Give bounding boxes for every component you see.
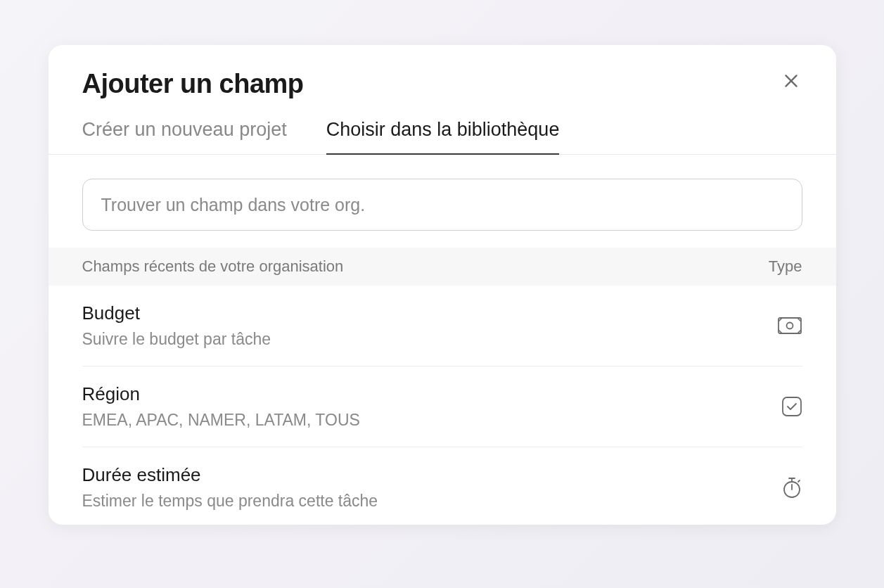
list-item-region[interactable]: Région EMEA, APAC, NAMER, LATAM, TOUS [82,366,802,447]
item-description: Suivre le budget par tâche [82,330,271,349]
svg-rect-4 [783,397,801,416]
tab-choose-from-library[interactable]: Choisir dans la bibliothèque [326,119,560,155]
tabs: Créer un nouveau projet Choisir dans la … [49,99,836,155]
svg-rect-2 [779,318,801,333]
item-text: Durée estimée Estimer le temps que prend… [82,464,378,511]
list-item-budget[interactable]: Budget Suivre le budget par tâche [82,286,802,366]
item-description: Estimer le temps que prendra cette tâche [82,492,378,511]
svg-line-9 [798,480,800,482]
svg-point-3 [786,323,793,329]
add-field-modal: Ajouter un champ Créer un nouveau projet… [49,45,836,525]
search-wrap [49,155,836,248]
stopwatch-icon [781,476,802,499]
currency-icon [777,317,802,335]
search-input[interactable] [82,179,802,231]
item-text: Budget Suivre le budget par tâche [82,302,271,349]
tab-create-new-project[interactable]: Créer un nouveau projet [82,119,287,155]
close-icon [782,72,800,92]
item-text: Région EMEA, APAC, NAMER, LATAM, TOUS [82,383,360,430]
item-description: EMEA, APAC, NAMER, LATAM, TOUS [82,411,360,430]
checkbox-icon [781,396,802,417]
list-header-left: Champs récents de votre organisation [82,257,344,276]
modal-header: Ajouter un champ [49,45,836,99]
item-title: Budget [82,302,271,324]
modal-title: Ajouter un champ [82,69,802,99]
item-title: Région [82,383,360,405]
close-button[interactable] [780,70,802,93]
list-header-right: Type [769,257,802,276]
list-header: Champs récents de votre organisation Typ… [49,248,836,286]
field-list: Budget Suivre le budget par tâche Région… [49,286,836,525]
list-item-estimated-duration[interactable]: Durée estimée Estimer le temps que prend… [82,447,802,525]
item-title: Durée estimée [82,464,378,486]
